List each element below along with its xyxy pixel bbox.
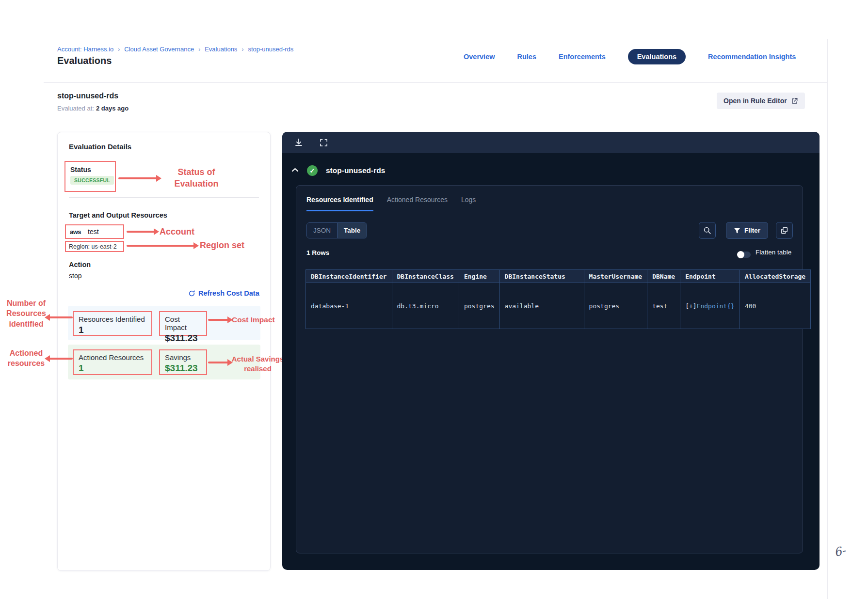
evaluated-at-value: 2 days ago — [96, 105, 129, 112]
refresh-icon — [188, 290, 195, 297]
nav-tab-overview[interactable]: Overview — [464, 53, 495, 61]
header-divider — [44, 82, 827, 83]
annotation-arrow-status — [118, 177, 157, 179]
results-tabs: Resources Identified Actioned Resources … — [306, 196, 476, 211]
col-dbinstanceclass: DBInstanceClass — [392, 270, 459, 283]
account-annotation-box: aws test — [65, 224, 124, 239]
cell-master-username: postgres — [584, 283, 647, 329]
open-rule-editor-label: Open in Rule Editor — [723, 97, 787, 105]
cell-db-instance-identifier: database-1 — [306, 283, 392, 329]
breadcrumb-item-account[interactable]: Account: Harness.io — [57, 46, 113, 53]
evaluated-at: Evaluated at:2 days ago — [57, 105, 129, 112]
resources-identified-value: 1 — [79, 325, 146, 335]
annotation-arrow-region — [127, 245, 194, 247]
cell-db-instance-class: db.t3.micro — [392, 283, 459, 329]
search-icon — [703, 226, 711, 235]
breadcrumb-separator: › — [241, 46, 243, 53]
breadcrumb: Account: Harness.io › Cloud Asset Govern… — [57, 46, 293, 53]
aws-logo-text: aws — [70, 228, 81, 236]
savings-box: Savings $311.23 — [159, 349, 207, 375]
nav-tab-rules[interactable]: Rules — [517, 53, 537, 61]
cell-db-instance-status: available — [499, 283, 584, 329]
cell-allocated-storage: 400 — [739, 283, 810, 329]
nav-tab-enforcements[interactable]: Enforcements — [559, 53, 606, 61]
copy-button[interactable] — [776, 222, 793, 239]
aws-logo-icon: aws — [70, 227, 83, 236]
breadcrumb-separator: › — [118, 46, 120, 53]
refresh-cost-data-link[interactable]: Refresh Cost Data — [188, 289, 259, 297]
savings-label: Savings — [165, 353, 201, 362]
filter-funnel-icon — [734, 227, 740, 234]
col-masterusername: MasterUsername — [584, 270, 647, 283]
annotation-arrow-num-resources — [49, 316, 73, 318]
actioned-resources-box: Actioned Resources 1 — [73, 349, 152, 375]
copy-icon — [780, 226, 788, 235]
breadcrumb-item-current[interactable]: stop-unused-rds — [248, 46, 293, 53]
resources-table: DBInstanceIdentifier DBInstanceClass Eng… — [305, 269, 811, 329]
status-label: Status — [70, 166, 110, 173]
col-allocatedstorage: AllocatedStorage — [739, 270, 810, 283]
action-label: Action — [69, 261, 91, 268]
tab-resources-identified[interactable]: Resources Identified — [306, 196, 373, 211]
download-icon[interactable] — [294, 138, 304, 147]
evaluation-name-title: stop-unused-rds — [57, 92, 118, 100]
annotation-actioned-resources: Actioned resources — [2, 348, 50, 369]
breadcrumb-item-evaluations[interactable]: Evaluations — [205, 46, 237, 53]
open-rule-editor-button[interactable]: Open in Rule Editor — [717, 93, 805, 109]
nav-tab-recommendation-insights[interactable]: Recommendation Insights — [708, 53, 796, 61]
cost-impact-box: Cost Impact $311.23 — [159, 311, 207, 336]
breadcrumb-separator: › — [198, 46, 200, 53]
savings-value: $311.23 — [165, 363, 201, 374]
col-dbname: DBName — [647, 270, 680, 283]
success-check-icon: ✓ — [307, 165, 318, 176]
annotation-account: Account — [160, 226, 194, 237]
cell-engine: postgres — [459, 283, 499, 329]
handwritten-mark: 6- — [833, 544, 847, 559]
annotation-arrow-account — [127, 231, 155, 233]
annotation-arrow-savings — [208, 362, 228, 363]
filter-label: Filter — [744, 227, 760, 234]
breadcrumb-item-governance[interactable]: Cloud Asset Governance — [124, 46, 194, 53]
cell-db-name: test — [647, 283, 680, 329]
cost-impact-value: $311.23 — [165, 333, 201, 344]
search-button[interactable] — [699, 222, 716, 239]
col-endpoint: Endpoint — [680, 270, 740, 283]
top-nav: Overview Rules Enforcements Evaluations … — [464, 49, 796, 64]
annotation-arrow-cost-impact — [208, 319, 228, 321]
account-name: test — [88, 228, 99, 236]
filter-button[interactable]: Filter — [726, 222, 768, 239]
rows-count: 1 Rows — [306, 249, 329, 256]
table-row: database-1 db.t3.micro postgres availabl… — [306, 283, 811, 329]
evaluation-details-heading: Evaluation Details — [69, 142, 131, 151]
evaluated-at-label: Evaluated at: — [57, 105, 94, 112]
fullscreen-icon[interactable] — [319, 138, 328, 147]
tab-actioned-resources[interactable]: Actioned Resources — [387, 196, 448, 211]
results-card — [296, 185, 803, 553]
resources-identified-box: Resources Identified 1 — [73, 311, 152, 336]
page-title: Evaluations — [57, 55, 112, 66]
endpoint-expand-control[interactable]: [+] — [685, 302, 696, 310]
flatten-table-label: Flatten table — [755, 249, 791, 256]
actioned-resources-value: 1 — [79, 363, 146, 374]
endpoint-object-value[interactable]: Endpoint{} — [697, 302, 735, 310]
tab-logs[interactable]: Logs — [461, 196, 476, 211]
nav-tab-evaluations[interactable]: Evaluations — [628, 49, 686, 64]
view-mode-table[interactable]: Table — [337, 223, 367, 238]
annotation-arrow-actioned — [49, 358, 73, 360]
flatten-table-toggle[interactable] — [738, 252, 751, 258]
annotation-status-of-evaluation: Status of Evaluation — [158, 166, 235, 189]
annotation-number-of-resources: Number of Resources identified — [2, 298, 50, 329]
collapse-chevron-icon[interactable] — [291, 168, 299, 172]
view-mode-json[interactable]: JSON — [307, 223, 337, 238]
output-toolbar — [282, 132, 820, 153]
region-label: Region: us-east-2 — [69, 243, 117, 250]
annotation-region-set: Region set — [200, 239, 244, 251]
action-value: stop — [69, 272, 81, 280]
page-right-border — [827, 39, 828, 599]
table-header-row: DBInstanceIdentifier DBInstanceClass Eng… — [306, 270, 811, 283]
actioned-resources-label: Actioned Resources — [79, 353, 146, 362]
resources-identified-label: Resources Identified — [79, 315, 146, 323]
target-resources-heading: Target and Output Resources — [69, 211, 167, 219]
panel-rule-title: stop-unused-rds — [326, 166, 385, 175]
annotation-actual-savings: Actual Savings realised — [230, 354, 286, 374]
